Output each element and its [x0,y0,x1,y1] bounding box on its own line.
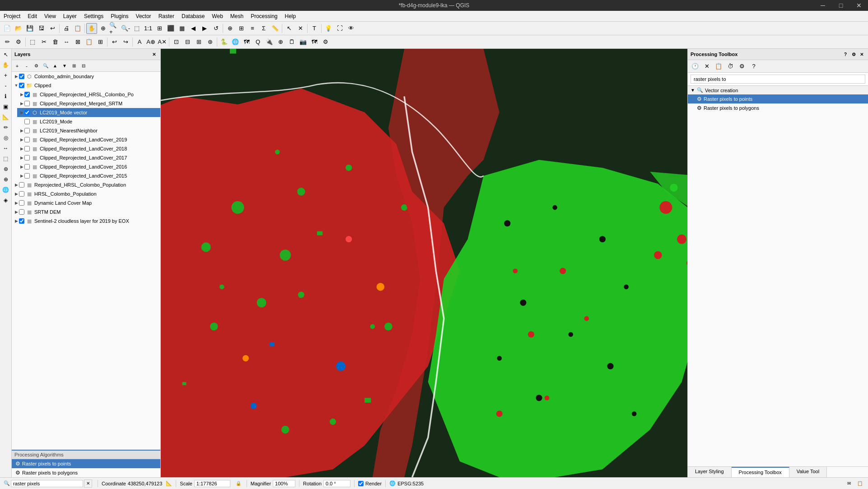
layer-item[interactable]: ▶ ⬡ Colombo_admin_boundary [12,72,160,81]
digitize-btn4[interactable]: ↔ [61,37,72,47]
select-tool[interactable]: ▣ [1,102,11,112]
plugin-btn5[interactable]: 🗺 [309,37,320,47]
filter-layer-button[interactable]: 🔍 [41,61,50,71]
value-tool-tab[interactable]: Value Tool [789,467,827,477]
identify-button[interactable]: Σ [258,23,269,34]
layer-item-selected[interactable]: ▶ ⬡ LC2019_Mode vector [17,108,160,117]
layer-checkbox[interactable] [19,83,24,88]
processing-toolbox-tab[interactable]: Processing Toolbox [732,467,789,478]
node-tool[interactable]: ◎ [1,133,11,143]
search-input[interactable] [691,75,865,84]
zoom-scale-button[interactable]: ⊕ [224,23,235,34]
plugin-btn4[interactable]: 📷 [298,37,308,47]
edit-tool[interactable]: ✏ [1,122,11,132]
identify-tool[interactable]: ℹ [1,91,11,101]
proc-algo-item-points[interactable]: ⚙ Raster pixels to points [12,459,160,468]
menu-web[interactable]: Web [208,12,226,21]
globe-tool[interactable]: 🌐 [1,185,11,195]
layer-checkbox[interactable] [24,164,30,169]
plugin-btn3[interactable]: 🗒 [286,37,297,47]
zoom-next-button[interactable]: ▶ [199,23,210,34]
menu-edit[interactable]: Edit [24,12,41,21]
log-button[interactable]: 📋 [855,479,864,488]
snap-btn4[interactable]: ⊛ [205,37,215,47]
layer-checkbox[interactable] [24,101,30,106]
menu-processing[interactable]: Processing [247,12,281,21]
layer-item[interactable]: ▦ LC2019_Mode [17,117,160,126]
layer-item[interactable]: ▶ ▦ Clipped_Reprojected_LandCover_2018 [17,144,160,153]
clear-search-button[interactable]: ✕ [701,61,712,72]
lock-scale-button[interactable]: 🔒 [234,479,243,488]
digitize-btn6[interactable]: 📋 [84,37,94,47]
digitize-btn3[interactable]: 🗑 [50,37,61,47]
zoom-in-tool[interactable]: + [1,71,11,80]
layer-item[interactable]: ▶ ▦ Clipped_Reprojected_HRSL_Colombo_Po [17,90,160,99]
menu-plugins[interactable]: Plugins [107,12,132,21]
open-project-button[interactable]: 📂 [13,23,24,34]
save-project-button[interactable]: 💾 [24,23,35,34]
layer-checkbox[interactable] [24,110,30,115]
layer-checkbox[interactable] [19,182,24,188]
layer-item[interactable]: ▼ 📁 Clipped [12,81,160,90]
menu-layer[interactable]: Layer [60,12,80,21]
algo-settings-button[interactable]: ⚙ [737,61,747,72]
layer-item[interactable]: ▶ ▦ Reprojected_HRSL_Colombo_Population [12,180,160,189]
proc-algo-item-polygons[interactable]: ⚙ Raster pixels to polygons [12,468,160,477]
layer-item[interactable]: ▶ ▦ Clipped_Reprojected_Merged_SRTM [17,99,160,108]
digitize-btn1[interactable]: ⬚ [27,37,38,47]
measure-button[interactable]: 📏 [270,23,280,34]
zoom-full-button[interactable]: ⊞ [154,23,165,34]
refresh-button[interactable]: ↺ [210,23,221,34]
preview-button[interactable]: 👁 [345,23,356,34]
label-btn2[interactable]: A⊕ [145,37,156,47]
tree-item-raster-points[interactable]: ⚙ Raster pixels to points [688,94,868,103]
zoom-last-button[interactable]: ◀ [188,23,199,34]
layer-checkbox[interactable] [19,209,24,215]
tile-button[interactable]: ⊞ [236,23,247,34]
layer-item[interactable]: ▶ ▦ Dynamic Land Cover Map [12,198,160,207]
zoom-out-button[interactable]: 🔍- [120,23,131,34]
render-checkbox[interactable] [358,481,364,486]
layer-checkbox[interactable] [19,218,24,224]
expand-all-button[interactable]: ⊞ [70,61,79,71]
label-btn3[interactable]: A✕ [157,37,168,47]
reverse-tool[interactable]: ↔ [1,143,11,153]
rotation-input[interactable] [323,480,350,487]
digitize-btn5[interactable]: ⊠ [72,37,83,47]
layer-checkbox[interactable] [19,200,24,206]
zoom-native-button[interactable]: 1:1 [143,23,154,34]
plugin-btn6[interactable]: ⚙ [320,37,331,47]
digitize-btn7[interactable]: ⊞ [95,37,106,47]
snap-btn1[interactable]: ⊡ [171,37,182,47]
print-layout-button[interactable]: 🖨 [61,23,72,34]
crs-display[interactable]: 🌐 EPSG:5235 [389,480,424,486]
python-btn[interactable]: 🐍 [219,37,229,47]
move-up-button[interactable]: ▲ [51,61,60,71]
layer-item[interactable]: ▶ ▦ Clipped_Reprojected_LandCover_2017 [17,153,160,162]
revert-button[interactable]: ↩ [47,23,58,34]
layer-checkbox[interactable] [19,74,24,79]
menu-vector[interactable]: Vector [132,12,155,21]
annotation-button[interactable]: T [309,23,320,34]
deselect-button[interactable]: ✕ [295,23,306,34]
layer-checkbox[interactable] [24,128,30,133]
settings-icon[interactable]: ⚙ [850,51,857,58]
layer-item[interactable]: ▶ ▦ Clipped_Reprojected_LandCover_2019 [17,135,160,144]
undo-button[interactable]: ↩ [109,37,120,47]
maximize-button[interactable]: □ [832,0,850,11]
browser2-btn[interactable]: 🗺 [241,37,252,47]
messages-button[interactable]: ✉ [845,479,854,488]
coordinate-unit-button[interactable]: 📐 [166,480,172,486]
layer-item[interactable]: ▶ ▦ HRSL_Colombo_Population [12,189,160,198]
layer-item[interactable]: ▶ ▦ SRTM DEM [12,207,160,216]
magnifier-input[interactable] [273,480,295,487]
layout-tool[interactable]: ⬚ [1,154,11,164]
menu-help[interactable]: Help [281,12,300,21]
close-icon[interactable]: ✕ [858,51,865,58]
layer-checkbox[interactable] [24,137,30,142]
history-button[interactable]: ⏱ [725,61,736,72]
georef-tool[interactable]: ⊕ [1,174,11,184]
new-project-button[interactable]: 📄 [2,23,13,34]
stats-button[interactable]: ≡ [247,23,258,34]
3d-tool[interactable]: ◈ [1,195,11,205]
